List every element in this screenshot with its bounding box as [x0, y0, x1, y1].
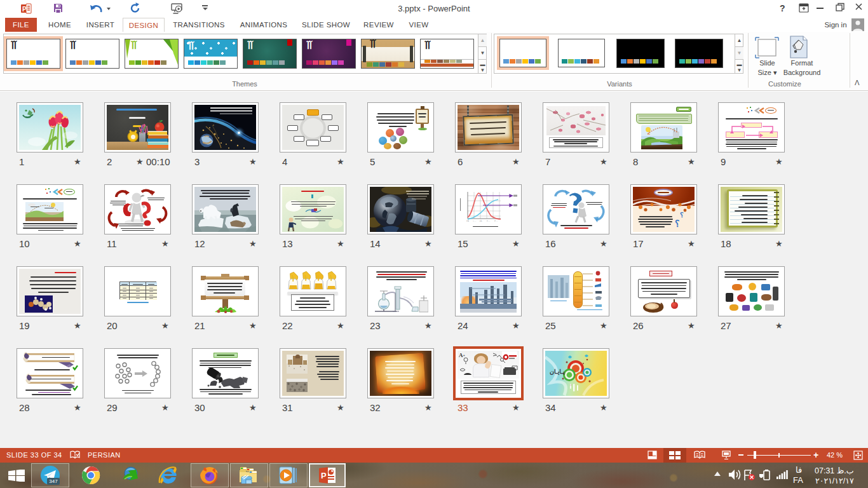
svg-text:P: P: [22, 6, 27, 13]
svg-text:P: P: [321, 471, 327, 480]
svg-text:۲۵: ۲۵: [466, 220, 469, 222]
svg-text:۱۰۰: ۱۰۰: [473, 220, 477, 222]
svg-text:۲۰۰: ۲۰۰: [487, 220, 491, 222]
svg-text:۳۰۰: ۳۰۰: [494, 220, 498, 222]
svg-text:۱۵۰: ۱۵۰: [479, 220, 483, 222]
